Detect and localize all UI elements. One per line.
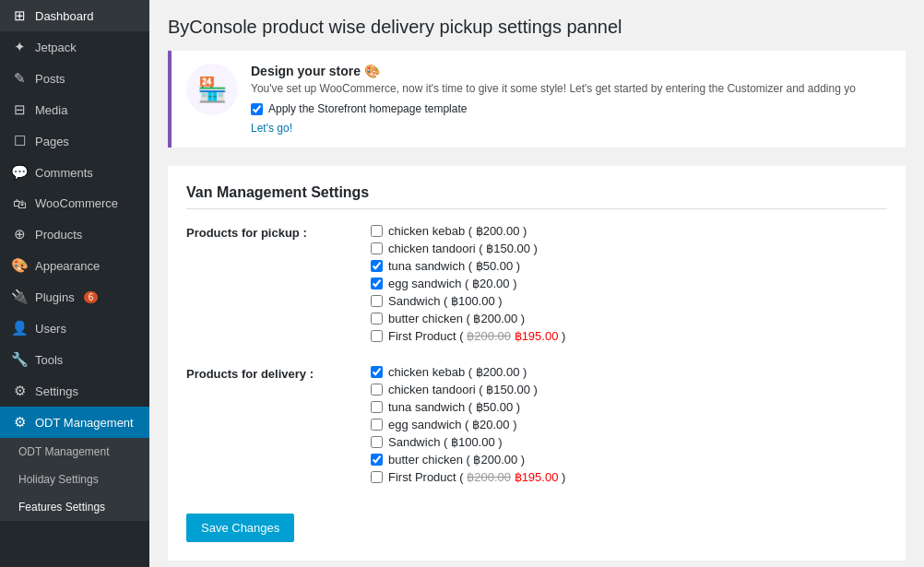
sidebar: ⊞ Dashboard ✦ Jetpack ✎ Posts ⊟ Media ☐ … — [0, 0, 149, 567]
list-item: egg sandwich ( ฿20.00 ) — [371, 418, 565, 431]
media-icon: ⊟ — [11, 101, 28, 118]
sidebar-item-pages[interactable]: ☐ Pages — [0, 125, 149, 157]
strike-price: ฿200.00 — [467, 470, 511, 484]
dashboard-icon: ⊞ — [11, 7, 28, 24]
pickup-item-6[interactable] — [371, 330, 383, 342]
woocommerce-icon: 🛍 — [11, 195, 28, 211]
sidebar-item-media[interactable]: ⊟ Media — [0, 94, 149, 125]
store-icon: 🏪 — [197, 76, 227, 104]
sidebar-item-holiday-settings[interactable]: Holiday Settings — [0, 466, 149, 493]
users-icon: 👤 — [11, 320, 28, 337]
sidebar-item-appearance[interactable]: 🎨 Appearance — [0, 250, 149, 281]
pages-icon: ☐ — [11, 133, 28, 149]
item-label: tuna sandwich ( ฿50.00 ) — [388, 400, 520, 414]
delivery-item-4[interactable] — [371, 436, 383, 448]
sidebar-item-label: Appearance — [35, 259, 100, 273]
sidebar-item-label: WooCommerce — [35, 196, 118, 210]
item-label: chicken tandoori ( ฿150.00 ) — [388, 383, 538, 396]
sidebar-item-odt-management[interactable]: ⚙ ODT Management — [0, 407, 149, 438]
delivery-item-6[interactable] — [371, 471, 383, 483]
delivery-checkbox-list: chicken kebab ( ฿200.00 ) chicken tandoo… — [371, 365, 565, 484]
sidebar-item-odt-management-sub[interactable]: ODT Management — [0, 438, 149, 466]
delivery-item-1[interactable] — [371, 384, 383, 396]
sidebar-item-label: Products — [35, 228, 82, 242]
odt-icon: ⚙ — [11, 414, 28, 431]
banner-description: You've set up WooCommerce, now it's time… — [251, 82, 891, 95]
storefront-checkbox-label: Apply the Storefront homepage template — [268, 102, 467, 115]
lets-go-link[interactable]: Let's go! — [251, 122, 292, 135]
main-content: ByConsole product wise delivery pickup s… — [149, 0, 924, 567]
woocommerce-banner: 🏪 Design your store 🎨 You've set up WooC… — [168, 51, 906, 148]
sidebar-item-dashboard[interactable]: ⊞ Dashboard — [0, 0, 149, 31]
item-label: Sandwich ( ฿100.00 ) — [388, 294, 503, 308]
sidebar-item-label: Tools — [35, 353, 63, 367]
strike-price: ฿200.00 — [467, 329, 511, 343]
item-label: chicken kebab ( ฿200.00 ) — [388, 365, 527, 379]
pickup-item-2[interactable] — [371, 260, 383, 272]
delivery-item-5[interactable] — [371, 454, 383, 466]
van-section-title: Van Management Settings — [186, 184, 887, 209]
pickup-item-0[interactable] — [371, 225, 383, 237]
sidebar-item-jetpack[interactable]: ✦ Jetpack — [0, 31, 149, 63]
list-item: egg sandwich ( ฿20.00 ) — [371, 277, 565, 290]
list-item: Sandwich ( ฿100.00 ) — [371, 435, 565, 449]
sidebar-item-posts[interactable]: ✎ Posts — [0, 63, 149, 94]
store-icon-wrap: 🏪 — [186, 64, 238, 115]
delivery-field-row: Products for delivery : chicken kebab ( … — [186, 365, 887, 484]
item-label: egg sandwich ( ฿20.00 ) — [388, 277, 517, 290]
sidebar-item-comments[interactable]: 💬 Comments — [0, 157, 149, 188]
tools-icon: 🔧 — [11, 351, 28, 368]
storefront-checkbox[interactable] — [251, 103, 263, 115]
sidebar-item-label: Users — [35, 322, 66, 336]
list-item: First Product ( ฿200.00 ฿195.00 ) — [371, 329, 565, 343]
sidebar-item-users[interactable]: 👤 Users — [0, 313, 149, 344]
sidebar-item-settings[interactable]: ⚙ Settings — [0, 375, 149, 407]
list-item: butter chicken ( ฿200.00 ) — [371, 312, 565, 325]
plugins-badge: 6 — [84, 291, 99, 303]
item-label: First Product ( ฿200.00 ฿195.00 ) — [388, 329, 565, 343]
sidebar-item-label: Media — [35, 103, 67, 117]
settings-icon: ⚙ — [11, 383, 28, 399]
list-item: chicken kebab ( ฿200.00 ) — [371, 224, 565, 238]
sidebar-item-woocommerce[interactable]: 🛍 WooCommerce — [0, 188, 149, 219]
list-item: chicken tandoori ( ฿150.00 ) — [371, 383, 565, 396]
list-item: butter chicken ( ฿200.00 ) — [371, 453, 565, 467]
sidebar-item-tools[interactable]: 🔧 Tools — [0, 344, 149, 375]
sidebar-item-label: Pages — [35, 135, 69, 148]
submenu-label: Holiday Settings — [18, 473, 99, 486]
list-item: chicken kebab ( ฿200.00 ) — [371, 365, 565, 379]
sidebar-item-label: ODT Management — [35, 416, 134, 430]
item-label: Sandwich ( ฿100.00 ) — [388, 435, 503, 449]
sidebar-item-products[interactable]: ⊕ Products — [0, 219, 149, 250]
item-label: butter chicken ( ฿200.00 ) — [388, 312, 525, 325]
sidebar-item-features-settings[interactable]: Features Settings — [0, 493, 149, 521]
pickup-item-1[interactable] — [371, 242, 383, 254]
van-management-panel: Van Management Settings Products for pic… — [168, 166, 906, 561]
delivery-item-2[interactable] — [371, 401, 383, 413]
page-title: ByConsole product wise delivery pickup s… — [168, 17, 906, 38]
submenu-label: ODT Management — [18, 445, 110, 458]
item-label: butter chicken ( ฿200.00 ) — [388, 453, 525, 467]
plugins-icon: 🔌 — [11, 289, 28, 305]
list-item: tuna sandwich ( ฿50.00 ) — [371, 259, 565, 273]
list-item: Sandwich ( ฿100.00 ) — [371, 294, 565, 308]
jetpack-icon: ✦ — [11, 39, 28, 55]
item-label: First Product ( ฿200.00 ฿195.00 ) — [388, 470, 565, 484]
save-changes-button[interactable]: Save Changes — [186, 514, 294, 542]
storefront-checkbox-row: Apply the Storefront homepage template — [251, 102, 891, 115]
pickup-field-row: Products for pickup : chicken kebab ( ฿2… — [186, 224, 887, 343]
sidebar-item-label: Comments — [35, 166, 93, 180]
submenu-label: Features Settings — [18, 501, 105, 514]
pickup-checkbox-list: chicken kebab ( ฿200.00 ) chicken tandoo… — [371, 224, 565, 343]
sidebar-item-plugins[interactable]: 🔌 Plugins 6 — [0, 281, 149, 313]
posts-icon: ✎ — [11, 70, 28, 87]
delivery-item-3[interactable] — [371, 419, 383, 431]
list-item: First Product ( ฿200.00 ฿195.00 ) — [371, 470, 565, 484]
odt-submenu: ODT Management Holiday Settings Features… — [0, 438, 149, 521]
comments-icon: 💬 — [11, 164, 28, 181]
sale-price: ฿195.00 — [515, 329, 559, 343]
delivery-item-0[interactable] — [371, 366, 383, 378]
pickup-item-4[interactable] — [371, 295, 383, 307]
pickup-item-3[interactable] — [371, 278, 383, 289]
pickup-item-5[interactable] — [371, 313, 383, 325]
